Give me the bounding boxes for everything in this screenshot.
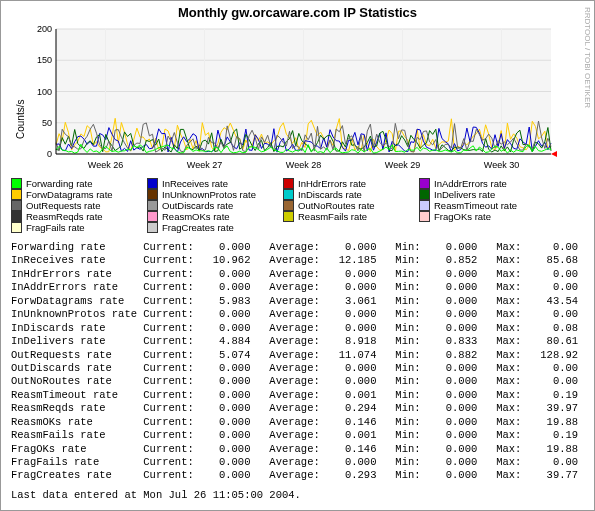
legend-swatch bbox=[11, 200, 22, 211]
stat-row: FragOKs rate Current: 0.000 Average: 0.1… bbox=[11, 443, 584, 456]
svg-text:Week 30: Week 30 bbox=[484, 160, 519, 170]
svg-text:150: 150 bbox=[37, 55, 52, 65]
legend-swatch bbox=[147, 222, 158, 233]
legend-label: FragFails rate bbox=[26, 222, 85, 233]
stat-row: InAddrErrors rate Current: 0.000 Average… bbox=[11, 281, 584, 294]
legend-swatch bbox=[11, 222, 22, 233]
stat-row: Forwarding rate Current: 0.000 Average: … bbox=[11, 241, 584, 254]
legend-item: InDelivers rate bbox=[419, 189, 547, 200]
stat-row: ReasmOKs rate Current: 0.000 Average: 0.… bbox=[11, 416, 584, 429]
legend-item: ReasmReqds rate bbox=[11, 211, 139, 222]
legend-swatch bbox=[283, 178, 294, 189]
legend-label: InDiscards rate bbox=[298, 189, 362, 200]
legend-swatch bbox=[147, 211, 158, 222]
legend-item: Forwarding rate bbox=[11, 178, 139, 189]
legend-label: InHdrErrors rate bbox=[298, 178, 366, 189]
legend-item: InHdrErrors rate bbox=[283, 178, 411, 189]
legend-label: FragCreates rate bbox=[162, 222, 234, 233]
legend-item: OutNoRoutes rate bbox=[283, 200, 411, 211]
stat-row: ReasmReqds rate Current: 0.000 Average: … bbox=[11, 402, 584, 415]
legend-swatch bbox=[419, 189, 430, 200]
legend-label: ReasmTimeout rate bbox=[434, 200, 517, 211]
footer-timestamp: Last data entered at Mon Jul 26 11:05:00… bbox=[1, 487, 594, 503]
svg-text:Week 29: Week 29 bbox=[385, 160, 420, 170]
stat-row: InHdrErrors rate Current: 0.000 Average:… bbox=[11, 268, 584, 281]
legend-item: FragCreates rate bbox=[147, 222, 275, 233]
stat-row: InUnknownProtos rate Current: 0.000 Aver… bbox=[11, 308, 584, 321]
legend-label: OutDiscards rate bbox=[162, 200, 233, 211]
legend-swatch bbox=[283, 189, 294, 200]
legend-item: OutDiscards rate bbox=[147, 200, 275, 211]
svg-text:Week 27: Week 27 bbox=[187, 160, 222, 170]
chart-svg: 050100150200Week 26Week 27Week 28Week 29… bbox=[26, 24, 566, 174]
y-axis-label: Counts/s bbox=[11, 64, 26, 174]
legend-swatch bbox=[419, 178, 430, 189]
legend: Forwarding rateInReceives rateInHdrError… bbox=[1, 174, 594, 237]
legend-item: InUnknownProtos rate bbox=[147, 189, 275, 200]
legend-label: OutNoRoutes rate bbox=[298, 200, 375, 211]
stat-row: InReceives rate Current: 10.962 Average:… bbox=[11, 254, 584, 267]
legend-item: ReasmFails rate bbox=[283, 211, 411, 222]
legend-item: InReceives rate bbox=[147, 178, 275, 189]
legend-item: ForwDatagrams rate bbox=[11, 189, 139, 200]
svg-text:Week 28: Week 28 bbox=[286, 160, 321, 170]
legend-swatch bbox=[147, 178, 158, 189]
legend-swatch bbox=[11, 189, 22, 200]
legend-item: ReasmOKs rate bbox=[147, 211, 275, 222]
chart-plot: 050100150200Week 26Week 27Week 28Week 29… bbox=[26, 24, 584, 174]
legend-item: OutRequests rate bbox=[11, 200, 139, 211]
stat-row: ReasmTimeout rate Current: 0.000 Average… bbox=[11, 389, 584, 402]
legend-item: InDiscards rate bbox=[283, 189, 411, 200]
legend-label: ReasmReqds rate bbox=[26, 211, 103, 222]
svg-text:100: 100 bbox=[37, 87, 52, 97]
legend-swatch bbox=[419, 211, 430, 222]
legend-label: Forwarding rate bbox=[26, 178, 93, 189]
rrdtool-credit: RRDTOOL / TOBI OETIKER bbox=[583, 7, 592, 108]
legend-label: InDelivers rate bbox=[434, 189, 495, 200]
svg-text:Week 26: Week 26 bbox=[88, 160, 123, 170]
legend-label: ForwDatagrams rate bbox=[26, 189, 113, 200]
stats-table: Forwarding rate Current: 0.000 Average: … bbox=[1, 237, 594, 487]
chart-title: Monthly gw.orcaware.com IP Statistics bbox=[1, 1, 594, 24]
legend-item: FragOKs rate bbox=[419, 211, 547, 222]
legend-item: InAddrErrors rate bbox=[419, 178, 547, 189]
legend-swatch bbox=[147, 200, 158, 211]
chart-area: Counts/s 050100150200Week 26Week 27Week … bbox=[1, 24, 594, 174]
legend-swatch bbox=[283, 200, 294, 211]
svg-text:200: 200 bbox=[37, 24, 52, 34]
legend-label: InReceives rate bbox=[162, 178, 228, 189]
legend-item: FragFails rate bbox=[11, 222, 139, 233]
stat-row: OutNoRoutes rate Current: 0.000 Average:… bbox=[11, 375, 584, 388]
legend-label: InUnknownProtos rate bbox=[162, 189, 256, 200]
stat-row: ReasmFails rate Current: 0.000 Average: … bbox=[11, 429, 584, 442]
rrdtool-graph: RRDTOOL / TOBI OETIKER Monthly gw.orcawa… bbox=[0, 0, 595, 511]
legend-label: ReasmFails rate bbox=[298, 211, 367, 222]
legend-label: InAddrErrors rate bbox=[434, 178, 507, 189]
stat-row: InDiscards rate Current: 0.000 Average: … bbox=[11, 322, 584, 335]
legend-swatch bbox=[283, 211, 294, 222]
svg-text:0: 0 bbox=[47, 149, 52, 159]
legend-label: FragOKs rate bbox=[434, 211, 491, 222]
stat-row: InDelivers rate Current: 4.884 Average: … bbox=[11, 335, 584, 348]
stat-row: OutDiscards rate Current: 0.000 Average:… bbox=[11, 362, 584, 375]
stat-row: ForwDatagrams rate Current: 5.983 Averag… bbox=[11, 295, 584, 308]
svg-text:50: 50 bbox=[42, 118, 52, 128]
legend-label: ReasmOKs rate bbox=[162, 211, 230, 222]
legend-swatch bbox=[11, 211, 22, 222]
legend-swatch bbox=[11, 178, 22, 189]
legend-swatch bbox=[147, 189, 158, 200]
stat-row: FragFails rate Current: 0.000 Average: 0… bbox=[11, 456, 584, 469]
stat-row: FragCreates rate Current: 0.000 Average:… bbox=[11, 469, 584, 482]
legend-swatch bbox=[419, 200, 430, 211]
stat-row: OutRequests rate Current: 5.074 Average:… bbox=[11, 349, 584, 362]
legend-item: ReasmTimeout rate bbox=[419, 200, 547, 211]
legend-label: OutRequests rate bbox=[26, 200, 100, 211]
